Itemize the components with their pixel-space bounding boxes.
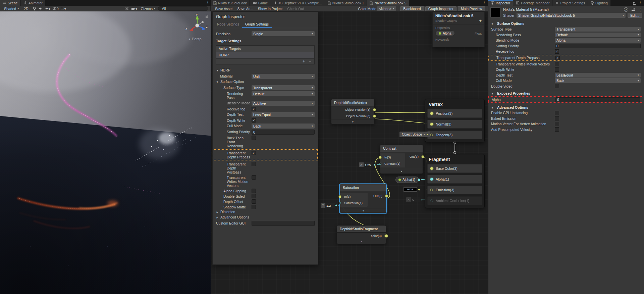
node-saturation[interactable]: Saturation In(3) Saturation(1) Out(3) ∨ <box>340 184 387 213</box>
text-input[interactable] <box>252 130 314 134</box>
checkbox[interactable] <box>252 194 256 198</box>
block-tangent-3-[interactable]: Tangent(3) <box>427 131 482 139</box>
fragment-context-node[interactable]: Fragment Base Color(3)Alpha(1)Emission(3… <box>425 154 485 208</box>
text-field[interactable] <box>555 97 640 102</box>
checkbox[interactable] <box>252 199 256 204</box>
checkbox[interactable] <box>252 162 256 166</box>
hdrp-foldout[interactable]: ▼ HDRP <box>216 68 315 73</box>
blackboard-toggle-button[interactable]: Blackboard <box>400 6 424 11</box>
save-asset-button[interactable]: Save Asset <box>213 6 235 11</box>
block-port[interactable] <box>430 199 433 202</box>
tab-project-settings[interactable]: Project Settings <box>552 0 588 6</box>
main-preview-toggle-button[interactable]: Main Preview <box>458 6 485 11</box>
checkbox[interactable]: ✓ <box>555 49 559 54</box>
output-port[interactable] <box>373 108 376 111</box>
node-collapse-chevron-icon[interactable]: ∨ <box>337 239 386 244</box>
node-depthkit-studio-vertex[interactable]: DepthkitStudioVertex Object Position(3) … <box>331 99 375 124</box>
projection-mode-label[interactable]: ◄ Persp <box>188 37 211 41</box>
tab-nikita-sstudiolook-1[interactable]: Nikita'sStudioLook 1 <box>325 0 367 6</box>
scene-search-input[interactable] <box>162 7 206 10</box>
ambient-occlusion-value-field[interactable]: X <box>406 197 420 202</box>
tab-animator[interactable]: Animator <box>21 0 45 6</box>
contrast-value-field[interactable]: X <box>359 162 373 167</box>
saturation-value-field[interactable]: X <box>320 203 335 208</box>
checkbox[interactable] <box>555 122 559 126</box>
text-field[interactable] <box>252 130 315 135</box>
section-header-advanced-options[interactable]: ▼Advanced Options <box>490 104 642 110</box>
checkbox[interactable] <box>252 205 256 209</box>
node-collapse-chevron-icon[interactable]: ∨ <box>340 208 386 213</box>
tab--3-depthkit-vfx-example-[interactable]: #3 Depthkit VFX Example... <box>271 0 325 6</box>
toggle-2d-button[interactable]: 2D <box>21 6 31 11</box>
vertex-context-node[interactable]: Vertex Position(3)Normal(3)Tangent(3) <box>425 99 485 142</box>
input-port[interactable] <box>339 195 341 198</box>
section-header-surface-options[interactable]: ▼Surface Options <box>490 20 642 27</box>
text-input[interactable] <box>555 44 640 48</box>
blackboard-panel[interactable]: Nikita'sStudioLook 5 Shader Graphs + Pro… <box>432 11 485 47</box>
checkbox[interactable] <box>252 189 256 193</box>
node-collapse-chevron-icon[interactable]: ∨ <box>380 169 423 174</box>
check-out-button[interactable]: Check Out <box>285 6 306 11</box>
block-alpha-1-[interactable]: Alpha(1) <box>427 175 482 184</box>
graph-inspector-tab-node-settings[interactable]: Node Settings <box>214 21 242 28</box>
graph-window-menu-icon[interactable]: ⋮ <box>482 0 487 5</box>
output-port[interactable] <box>385 195 388 197</box>
remove-target-button[interactable]: − <box>309 59 311 64</box>
scene-window-menu-icon[interactable]: ⋮ <box>205 0 210 5</box>
scene-effects-dropdown-icon[interactable]: ▾ <box>44 6 51 11</box>
node-contrast[interactable]: Contrast In(3) Contrast(1) Out(3) ∨ <box>380 145 423 174</box>
alpha-property-pill[interactable]: Alpha <box>435 31 455 36</box>
scene-tools-icon[interactable] <box>124 6 130 11</box>
tab-game[interactable]: Game <box>250 0 271 6</box>
text-input[interactable] <box>252 221 314 226</box>
edit-shader-button[interactable]: Edit... <box>628 13 642 18</box>
output-port[interactable] <box>418 179 420 181</box>
text-field[interactable] <box>252 221 315 226</box>
material-preview-swatch[interactable] <box>490 7 500 17</box>
checkbox[interactable] <box>555 116 559 120</box>
block-port[interactable] <box>430 178 433 181</box>
tab-nikita-sstudiolook-5[interactable]: Nikita'sStudioLook 5 <box>367 0 409 6</box>
text-input[interactable] <box>556 98 640 102</box>
block-position-3-[interactable]: Position(3) <box>427 109 482 118</box>
checkbox[interactable]: ✓ <box>252 151 256 155</box>
checkbox[interactable]: ✓ <box>252 107 256 111</box>
scene-viewport[interactable]: y x z ◄ Persp <box>0 11 211 294</box>
block-port[interactable] <box>430 189 433 191</box>
block-ambient-occlusion-1-[interactable]: Ambient Occlusion(1) <box>427 196 482 205</box>
add-target-button[interactable]: + <box>303 59 305 64</box>
active-target-item[interactable]: HDRP <box>216 52 314 58</box>
shading-mode-dropdown[interactable]: Shaded ▾ <box>2 6 21 11</box>
inspector-window-menu-icon[interactable]: ⋮ <box>638 0 643 5</box>
saturation-value-input[interactable] <box>325 203 334 208</box>
scene-gizmo-lock-icon[interactable] <box>205 13 208 19</box>
block-port[interactable] <box>430 112 433 115</box>
dropdown[interactable]: Unlit▾ <box>252 74 315 79</box>
emission-hdr-color-field[interactable]: HDR <box>404 187 417 192</box>
dropdown[interactable]: Back▾ <box>252 124 315 129</box>
checkbox[interactable] <box>555 127 559 132</box>
block-normal-3-[interactable]: Normal(3) <box>427 120 482 129</box>
dropdown[interactable]: Less Equal▾ <box>252 112 315 117</box>
checkbox[interactable] <box>555 111 559 115</box>
dropdown[interactable]: Default▾ <box>555 33 641 37</box>
scene-search-box[interactable] <box>158 6 208 11</box>
tab-package-manager[interactable]: Package Manager <box>513 0 552 6</box>
section-header-exposed-properties[interactable]: ▼Exposed Properties <box>490 90 642 96</box>
checkbox[interactable] <box>555 67 559 72</box>
tab-lighting[interactable]: Lighting <box>588 0 610 6</box>
input-port[interactable] <box>339 202 341 204</box>
checkbox[interactable]: ✓ <box>252 118 256 122</box>
checkbox[interactable] <box>252 136 256 140</box>
dropdown[interactable]: Back▾ <box>555 78 641 83</box>
scene-audio-toggle-icon[interactable] <box>38 6 44 11</box>
grid-snapping-dropdown-icon[interactable]: ▾ <box>60 6 67 11</box>
tab-inspector[interactable]: Inspector <box>488 0 513 6</box>
alpha-property-node[interactable]: Alpha(1) <box>395 177 419 183</box>
setting-label[interactable]: Advanced Options <box>220 215 249 219</box>
precision-dropdown[interactable]: Single ▾ <box>252 31 315 36</box>
dropdown[interactable]: Additive▾ <box>252 101 315 106</box>
tab-scene[interactable]: Scene <box>0 0 20 6</box>
scene-lighting-toggle-icon[interactable] <box>32 6 37 11</box>
foldout-arrow-icon[interactable]: ► <box>216 215 219 219</box>
